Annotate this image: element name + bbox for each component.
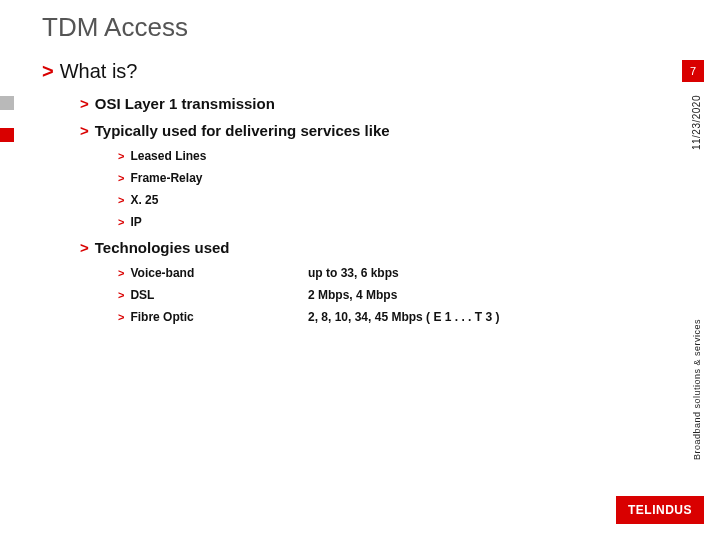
bullet-frame-relay: >Frame-Relay [118,171,650,185]
bullet-icon: > [80,239,89,256]
bullet-services: >Typically used for delivering services … [80,122,650,139]
bullet-icon: > [118,150,124,162]
bullet-x25: >X. 25 [118,193,650,207]
tech-row-fibre: >Fibre Optic 2, 8, 10, 34, 45 Mbps ( E 1… [118,310,650,324]
bullet-icon: > [118,289,124,301]
tech-value: up to 33, 6 kbps [308,266,399,280]
logo-text: TELiNDUS [628,503,692,517]
bullet-text: Technologies used [95,239,230,256]
page-title: TDM Access [42,12,188,43]
tech-name: Voice-band [130,266,194,280]
tech-value: 2 Mbps, 4 Mbps [308,288,397,302]
bullet-ip: >IP [118,215,650,229]
tech-name: DSL [130,288,154,302]
bullet-text: X. 25 [130,193,158,207]
bullet-text: OSI Layer 1 transmission [95,95,275,112]
bullet-technologies-used: >Technologies used [80,239,650,256]
logo: TELiNDUS [616,496,704,524]
bullet-icon: > [80,95,89,112]
bullet-icon: > [118,194,124,206]
tech-value: 2, 8, 10, 34, 45 Mbps ( E 1 . . . T 3 ) [308,310,499,324]
bullet-osi-layer: >OSI Layer 1 transmission [80,95,650,112]
decoration-square-grey [0,96,14,110]
bullet-icon: > [80,122,89,139]
bullet-icon: > [118,267,124,279]
bullet-text: Typically used for delivering services l… [95,122,390,139]
decoration-square-red [0,128,14,142]
slide: TDM Access >What is? >OSI Layer 1 transm… [0,0,720,540]
bullet-icon: > [118,172,124,184]
bullet-leased-lines: >Leased Lines [118,149,650,163]
tech-name: Fibre Optic [130,310,193,324]
bullet-what-is: >What is? [42,60,650,83]
bullet-text: Frame-Relay [130,171,202,185]
bullet-icon: > [42,60,54,82]
bullet-text: IP [130,215,141,229]
page-number-badge: 7 [682,60,704,82]
bullet-icon: > [118,216,124,228]
tech-row-voiceband: >Voice-band up to 33, 6 kbps [118,266,650,280]
content-area: >What is? >OSI Layer 1 transmission >Typ… [42,60,650,332]
bullet-icon: > [118,311,124,323]
tech-row-dsl: >DSL 2 Mbps, 4 Mbps [118,288,650,302]
bullet-text: Leased Lines [130,149,206,163]
date-label: 11/23/2020 [691,95,702,150]
side-caption: Broadband solutions & services [692,319,702,460]
bullet-text: What is? [60,60,138,82]
